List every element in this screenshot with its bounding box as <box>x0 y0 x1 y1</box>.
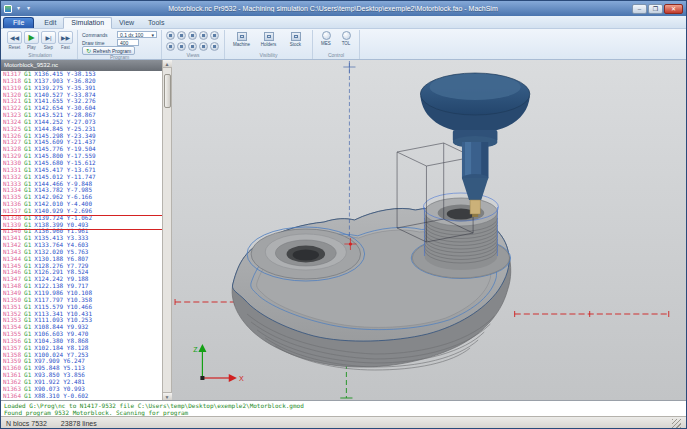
control-mes-button[interactable]: MES <box>317 31 335 46</box>
draw-time-input[interactable] <box>117 39 139 46</box>
tab-tools[interactable]: Tools <box>141 18 171 28</box>
gcode-word: G1 <box>24 296 31 303</box>
rewind-icon: ◀◀ <box>7 31 22 44</box>
maximize-button[interactable]: ❐ <box>648 4 663 14</box>
playback-fast-button[interactable]: ▶▶Fast <box>58 31 73 50</box>
scroll-down-icon[interactable]: ▼ <box>163 392 172 400</box>
coordinates: X132.020 Y5.763 <box>34 248 88 255</box>
close-button[interactable]: ✕ <box>664 4 683 14</box>
code-line[interactable]: N1364G1X88.310 Y-0.602 <box>1 393 162 400</box>
view-front-icon[interactable] <box>188 31 197 40</box>
ribbon: ◀◀Reset▶Play▶|Step▶▶Fast Simulation Comm… <box>1 29 686 60</box>
view-left-icon[interactable] <box>210 31 219 40</box>
tool-tip <box>470 200 480 214</box>
visibility-holders-button[interactable]: Holders <box>256 31 281 48</box>
tab-simulation[interactable]: Simulation <box>63 17 112 29</box>
ribbon-group-program: Commands 0.1 dx 100 ▾ Draw time ↻ Refres… <box>78 30 162 59</box>
code-list[interactable]: N1317G1X136.415 Y-38.153N1318G1X137.903 … <box>1 71 162 400</box>
gcode-word: G1 <box>24 248 31 255</box>
coordinates: X140.929 Y-2.696 <box>34 207 92 214</box>
coordinates: X104.380 Y8.868 <box>34 337 88 344</box>
gcode-word: G1 <box>24 159 31 166</box>
commands-select[interactable]: 0.1 dx 100 ▾ <box>117 31 157 38</box>
chevron-down-icon: ▾ <box>151 32 154 38</box>
coordinates: X143.521 Y-28.867 <box>34 111 95 118</box>
mes-label: MES <box>321 41 331 46</box>
gcode-word: G1 <box>24 378 31 385</box>
view-back-icon[interactable] <box>199 31 208 40</box>
gcode-word: G1 <box>24 111 31 118</box>
round-boss <box>247 227 365 281</box>
ribbon-group-simulation: ◀◀Reset▶Play▶|Step▶▶Fast Simulation <box>3 30 78 59</box>
tab-view[interactable]: View <box>112 18 141 28</box>
viewport-3d[interactable]: Z X <box>172 60 686 400</box>
play-icon: ▶ <box>24 31 39 44</box>
main-area: Motorblock_9532.nc N1317G1X136.415 Y-38.… <box>1 60 686 400</box>
gcode-word: G1 <box>24 207 31 214</box>
ribbon-group-views: Views <box>162 30 225 59</box>
window-title: Motorblock.nc Pr9532 - Machining simulat… <box>34 5 632 12</box>
group-label-views: Views <box>166 52 220 59</box>
quick-save-icon[interactable]: ▾ <box>14 4 23 13</box>
log-line: Loaded G:\Prog\nc to N1417-9532 file C:\… <box>4 402 683 409</box>
gcode-word: G1 <box>24 392 31 399</box>
quick-undo-icon[interactable]: ▾ <box>24 4 33 13</box>
coordinates: X119.986 Y10.108 <box>34 289 92 296</box>
ribbon-tab-strip: File EditSimulationViewTools <box>1 16 686 29</box>
control-tol-button[interactable]: TOL <box>337 31 355 46</box>
coordinates: X106.603 Y9.470 <box>34 330 88 337</box>
tab-edit[interactable]: Edit <box>37 18 63 28</box>
group-label-visibility: Visibility <box>229 52 308 59</box>
gcode-word: G1 <box>24 173 31 180</box>
gcode-word: G1 <box>24 125 31 132</box>
scroll-up-icon[interactable]: ▲ <box>163 60 172 68</box>
resize-grip[interactable] <box>672 419 681 428</box>
ribbon-group-control: MESTOL Control <box>313 30 360 59</box>
coordinates: X90.073 Y0.993 <box>34 385 85 392</box>
view-dimetric-icon[interactable] <box>177 42 186 51</box>
execution-marker <box>1 229 162 230</box>
message-log: Loaded G:\Prog\nc to N1417-9532 file C:\… <box>1 400 686 416</box>
application-window: ▾ ▾ Motorblock.nc Pr9532 - Machining sim… <box>0 0 687 429</box>
gcode-word: G1 <box>24 303 31 310</box>
coordinates: X142.010 Y-4.400 <box>34 200 92 207</box>
machine-label: Machine <box>233 42 250 47</box>
code-panel-header: Motorblock_9532.nc <box>1 60 162 71</box>
coordinates: X145.417 Y-13.671 <box>34 166 95 173</box>
stock-label: Stock <box>290 42 301 47</box>
execution-marker <box>1 215 162 216</box>
playback-rewind-button[interactable]: ◀◀Reset <box>7 31 22 50</box>
viewport-canvas[interactable]: Z X <box>172 60 686 400</box>
gcode-word: G1 <box>24 200 31 207</box>
playback-step-button[interactable]: ▶|Step <box>41 31 56 50</box>
visibility-buttons: MachineHoldersStock <box>229 31 308 48</box>
visibility-machine-button[interactable]: Machine <box>229 31 254 48</box>
status-blocks: N blocs 7532 <box>6 420 47 427</box>
playback-play-button[interactable]: ▶Play <box>24 31 39 50</box>
view-rotate-icon[interactable] <box>199 42 208 51</box>
coordinates: X145.012 Y-11.747 <box>34 173 95 180</box>
scroll-thumb[interactable] <box>164 74 171 108</box>
view-iso-icon[interactable] <box>166 31 175 40</box>
status-bar: N blocs 7532 23878 lines <box>1 416 686 429</box>
gcode-word: G1 <box>24 289 31 296</box>
code-scrollbar[interactable]: ▲ ▼ <box>163 60 172 400</box>
tol-icon <box>342 31 351 40</box>
draw-time-label: Draw time <box>82 40 115 46</box>
coordinates: X115.579 Y10.466 <box>34 303 92 310</box>
visibility-stock-button[interactable]: Stock <box>283 31 308 48</box>
view-trimetric-icon[interactable] <box>188 42 197 51</box>
minimize-button[interactable]: – <box>632 4 647 14</box>
view-right-icon[interactable] <box>166 42 175 51</box>
step-label: Step <box>44 45 53 50</box>
playback-buttons: ◀◀Reset▶Play▶|Step▶▶Fast <box>7 31 73 50</box>
z-axis-label: Z <box>193 346 198 353</box>
view-top-icon[interactable] <box>177 31 186 40</box>
play-label: Play <box>27 45 36 50</box>
view-icons-grid <box>166 31 220 52</box>
fast-icon: ▶▶ <box>58 31 73 44</box>
stock-icon <box>291 32 301 41</box>
gcode-word: G1 <box>24 344 31 351</box>
file-menu-button[interactable]: File <box>3 17 34 28</box>
view-fit-icon[interactable] <box>210 42 219 51</box>
